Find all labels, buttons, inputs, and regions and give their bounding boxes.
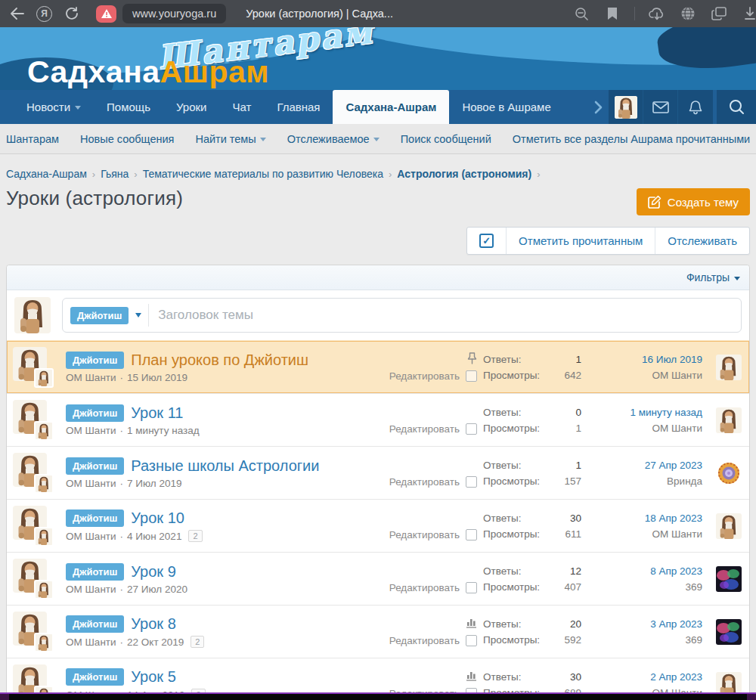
last-post-date-link[interactable]: 27 Апр 2023 xyxy=(645,460,702,471)
select-all-checkbox[interactable]: ✓ xyxy=(467,228,506,254)
last-post-date-link[interactable]: 2 Апр 2023 xyxy=(650,671,702,683)
thread-select-checkbox[interactable] xyxy=(466,370,477,382)
subnav-item-0[interactable]: Шантарам xyxy=(6,133,59,145)
last-post-user[interactable]: ОМ Шанти xyxy=(652,370,702,381)
thread-title-link[interactable]: План уроков по Джйотиш xyxy=(131,352,308,369)
nav-item-5[interactable]: Садхана-Ашрам xyxy=(333,90,449,124)
last-post-user[interactable]: 369 xyxy=(685,634,702,646)
page-badge[interactable]: 2 xyxy=(191,636,204,648)
thread-title-link[interactable]: Урок 8 xyxy=(131,615,175,633)
thread-select-checkbox[interactable] xyxy=(466,529,477,540)
last-post-user[interactable]: ОМ Шанти xyxy=(652,528,702,540)
thread-author[interactable]: ОМ Шанти xyxy=(66,372,116,383)
globe-icon[interactable] xyxy=(679,5,697,23)
last-poster-avatar[interactable] xyxy=(716,355,742,380)
thread-prefix-badge[interactable]: Джйотиш xyxy=(66,352,124,369)
last-poster-avatar[interactable] xyxy=(716,460,742,486)
thread-title-input[interactable] xyxy=(148,304,733,327)
nav-item-3[interactable]: Чат xyxy=(220,90,265,124)
thread-select-checkbox[interactable] xyxy=(466,635,477,646)
site-logo[interactable]: СадханаАшрам xyxy=(27,54,269,90)
account-menu[interactable] xyxy=(609,90,643,124)
subnav-item-3[interactable]: Отслеживаемое xyxy=(287,133,380,145)
last-poster-avatar[interactable] xyxy=(716,566,742,592)
prefix-dropdown-caret-icon[interactable] xyxy=(135,313,141,317)
refresh-icon[interactable] xyxy=(63,5,81,23)
thread-author[interactable]: ОМ Шанти xyxy=(66,478,116,489)
thread-author[interactable]: ОМ Шанти xyxy=(66,637,116,648)
thread-select-checkbox[interactable] xyxy=(466,582,477,593)
subnav-item-2[interactable]: Найти темы xyxy=(195,133,265,145)
address-bar[interactable]: www.youryoga.ru xyxy=(122,4,226,23)
last-post-user[interactable]: ОМ Шанти xyxy=(652,423,702,434)
thread-title-link[interactable]: Урок 9 xyxy=(131,563,175,581)
last-poster-avatar[interactable] xyxy=(716,513,742,539)
last-post-date-link[interactable]: 16 Июл 2019 xyxy=(642,354,702,365)
yandex-logo-icon[interactable]: Я xyxy=(36,6,52,22)
thread-prefix-badge[interactable]: Джйотиш xyxy=(66,457,124,475)
search-button[interactable] xyxy=(717,90,756,124)
last-post-user[interactable]: Вринда xyxy=(667,475,702,487)
tabs-icon[interactable] xyxy=(710,5,728,23)
cloud-sync-icon[interactable] xyxy=(648,5,666,23)
edit-label[interactable]: Редактировать xyxy=(389,529,460,540)
watch-button[interactable]: Отслеживать xyxy=(655,228,749,254)
thread-prefix-badge[interactable]: Джйотиш xyxy=(66,563,124,581)
download-icon[interactable] xyxy=(741,5,756,23)
last-post-date-link[interactable]: 1 минуту назад xyxy=(630,407,702,418)
breadcrumb-item-1[interactable]: Гьяна xyxy=(101,168,129,180)
thread-title-link[interactable]: Разные школы Астрологии xyxy=(131,457,319,475)
alerts-button[interactable] xyxy=(678,90,713,124)
last-poster-avatar[interactable] xyxy=(716,619,742,645)
back-arrow-icon[interactable] xyxy=(8,5,26,23)
edit-label[interactable]: Редактировать xyxy=(389,582,460,593)
edit-label[interactable]: Редактировать xyxy=(389,635,460,646)
last-post-date-link[interactable]: 3 Апр 2023 xyxy=(650,618,702,630)
thread-select-checkbox[interactable] xyxy=(466,423,477,435)
thread-prefix-badge[interactable]: Джйотиш xyxy=(66,404,124,422)
create-thread-button[interactable]: Создать тему xyxy=(637,188,750,215)
thread-title-link[interactable]: Урок 5 xyxy=(131,668,175,686)
thread-prefix-badge[interactable]: Джйотиш xyxy=(66,615,124,633)
nav-item-6[interactable]: Новое в Ашраме xyxy=(449,90,563,124)
breadcrumb-item-3[interactable]: Астрология (астрономия) xyxy=(397,168,531,180)
inbox-button[interactable] xyxy=(643,90,678,124)
thread-author[interactable]: ОМ Шанти xyxy=(66,531,116,542)
thread-prefix-badge[interactable]: Джйотиш xyxy=(66,668,124,686)
thread-author-avatar[interactable] xyxy=(13,506,54,547)
last-post-date-link[interactable]: 18 Апр 2023 xyxy=(645,513,702,524)
edit-label[interactable]: Редактировать xyxy=(389,423,460,435)
thread-author-avatar[interactable] xyxy=(13,559,54,599)
bookmark-icon[interactable] xyxy=(603,5,621,23)
subnav-item-4[interactable]: Поиск сообщений xyxy=(401,133,491,145)
thread-author-avatar[interactable] xyxy=(13,347,54,388)
nav-item-2[interactable]: Уроки xyxy=(163,90,219,124)
nav-item-0[interactable]: Новости xyxy=(14,90,94,124)
thread-author[interactable]: ОМ Шанти xyxy=(66,584,116,595)
thread-prefix-badge[interactable]: Джйотиш xyxy=(66,510,124,527)
thread-select-checkbox[interactable] xyxy=(466,476,477,488)
nav-item-4[interactable]: Главная xyxy=(264,90,333,124)
breadcrumb-item-2[interactable]: Тематические материалы по развитию Челов… xyxy=(143,168,383,180)
breadcrumb-item-0[interactable]: Садхана-Ашрам xyxy=(6,168,87,180)
last-post-user[interactable]: 369 xyxy=(685,581,702,593)
subnav-item-1[interactable]: Новые сообщения xyxy=(80,133,174,145)
thread-title-link[interactable]: Урок 10 xyxy=(131,510,184,527)
subnav-item-5[interactable]: Отметить все разделы Ашрама прочитанными xyxy=(513,133,750,145)
mark-read-button[interactable]: Отметить прочитанным xyxy=(506,228,655,254)
last-post-date-link[interactable]: 8 Апр 2023 xyxy=(650,565,702,577)
thread-author-avatar[interactable] xyxy=(13,453,54,494)
protect-shield-icon[interactable] xyxy=(96,5,116,23)
thread-author-avatar[interactable] xyxy=(13,400,54,441)
edit-label[interactable]: Редактировать xyxy=(389,370,460,382)
zoom-out-icon[interactable] xyxy=(572,5,590,23)
nav-item-1[interactable]: Помощь xyxy=(94,90,163,124)
thread-title-link[interactable]: Урок 11 xyxy=(131,404,183,422)
edit-label[interactable]: Редактировать xyxy=(389,476,460,488)
nav-overflow-chevron-icon[interactable] xyxy=(587,90,609,124)
thread-author[interactable]: ОМ Шанти xyxy=(66,425,116,436)
thread-author-avatar[interactable] xyxy=(13,612,54,652)
prefix-badge[interactable]: Джйотиш xyxy=(70,307,129,324)
last-poster-avatar[interactable] xyxy=(716,407,742,433)
filters-dropdown[interactable]: Фильтры xyxy=(686,271,740,283)
